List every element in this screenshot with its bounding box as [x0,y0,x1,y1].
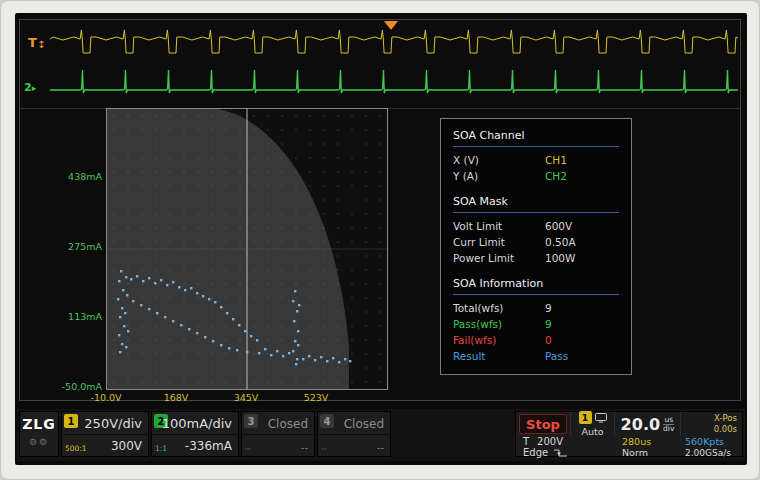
channel4-block[interactable]: 4 Closed ---- [317,411,391,457]
x-axis-tick: 523V [286,392,346,403]
display-icon [595,413,607,423]
soa-row: Curr Limit0.50A [453,234,619,250]
soa-row-value: CH2 [545,168,567,184]
trigger-level-marker[interactable]: T↕ [28,36,45,50]
y-axis-tick: -50.0mA [38,381,102,392]
run-state-button[interactable]: Stop [519,414,567,434]
ch2-marker-label: 2 [24,81,32,94]
trigger-level-label: T [523,436,529,447]
channel3-state: Closed [268,417,308,431]
soa-section-title: SOA Channel [453,127,619,147]
soa-row-label: Fail(wfs) [453,332,545,348]
channel1-offset: 300V [111,439,142,453]
soa-row: ResultPass [453,348,619,364]
trigger-source-badge: 1 [579,411,592,424]
ch2-marker-arrow-icon: ▸ [32,83,37,93]
channel2-probe: 1:1 [155,444,167,453]
trigger-arrows-icon: ↕ [37,39,45,50]
soa-row-value: CH1 [545,152,567,168]
soa-row: Y (A)CH2 [453,168,619,184]
soa-row-label: Curr Limit [453,234,545,250]
trigger-level-block[interactable]: T 200V [516,436,570,447]
soa-row: Total(wfs)9 [453,300,619,316]
x-position-label: X-Pos [714,413,737,424]
ch2-waveform [50,70,738,93]
channel1-badge: 1 [64,414,78,428]
channel4-offset: -- [377,442,384,453]
memory-depth: 560Kpts [680,436,742,447]
trigger-position-marker[interactable] [384,21,398,30]
ch2-position-marker[interactable]: 2▸ [24,82,36,93]
timebase-value: 20.0 [621,415,660,434]
channel4-probe: -- [321,444,326,453]
device-frame: T↕ 2▸ 438mA 275mA 113mA -50.0mA -10.0V 1… [0,0,760,480]
channel2-block[interactable]: 2 100mA/div 1:1-336mA [151,411,239,457]
x-position-block[interactable]: X-Pos 0.00s [680,412,742,436]
channel3-badge: 3 [244,414,258,428]
soa-channel-section: SOA Channel X (V)CH1 Y (A)CH2 [453,127,619,184]
channel2-scale: 100mA/div [162,416,232,431]
soa-row-value: 600V [545,218,572,234]
soa-information-section: SOA Information Total(wfs)9 Pass(wfs)9 F… [453,275,619,364]
soa-row: X (V)CH1 [453,152,619,168]
soa-row-value: 9 [545,300,552,316]
soa-row-label: Pass(wfs) [453,316,545,332]
trigger-source-block[interactable]: 1 Auto [570,412,614,436]
trigger-delay: 280us [614,436,680,447]
soa-row-label: X (V) [453,152,545,168]
channel3-probe: -- [245,444,250,453]
x-position-value: 0.00s [714,424,737,435]
x-axis-tick: -10.0V [76,392,136,403]
soa-section-title: SOA Mask [453,193,619,213]
ch1-waveform [50,30,738,53]
soa-row-label: Power Limit [453,250,545,266]
bar-spacer [393,411,513,459]
soa-row-value: 9 [545,316,552,332]
acquisition-status: Stop 1 Auto 20.0 usdiv X-Pos 0.00s [515,411,743,457]
y-axis-tick: 438mA [38,171,102,182]
soa-row: Volt Limit600V [453,218,619,234]
trigger-type-block[interactable]: Edge [516,447,570,458]
channel1-scale: 250V/div [84,416,142,431]
soa-row-label: Volt Limit [453,218,545,234]
sample-rate: 2.00GSa/s [680,447,742,458]
soa-row: Power Limit100W [453,250,619,266]
channel1-block[interactable]: 1 250V/div 500:1300V [61,411,149,457]
sweep-mode: Norm [614,447,680,458]
soa-row-label: Y (A) [453,168,545,184]
soa-row-value: 0.50A [545,234,576,250]
timebase-unit: usdiv [663,416,674,433]
soa-mask-section: SOA Mask Volt Limit600V Curr Limit0.50A … [453,193,619,266]
x-axis-tick: 168V [146,392,206,403]
timebase-unit-bottom: div [663,425,674,433]
channel3-block[interactable]: 3 Closed ---- [241,411,315,457]
trigger-level-value: 200V [537,436,563,447]
display-area: T↕ 2▸ 438mA 275mA 113mA -50.0mA -10.0V 1… [19,19,741,401]
timebase-block[interactable]: 20.0 usdiv [614,412,680,436]
channel1-probe: 500:1 [65,444,87,453]
gear-icon[interactable]: ⚙ [29,437,39,447]
soa-row: Fail(wfs)0 [453,332,619,348]
x-axis-tick: 345V [216,392,276,403]
trigger-mode: Auto [581,426,603,437]
y-axis-tick: 113mA [38,311,102,322]
brand-logo: ZLG [20,416,58,432]
soa-row-value: 0 [545,332,552,348]
soa-panel: SOA Channel X (V)CH1 Y (A)CH2 SOA Mask V… [440,118,632,375]
waveform-strip [50,26,738,106]
soa-section-title: SOA Information [453,275,619,295]
channel2-offset: -336mA [185,439,232,453]
trigger-type-label: Edge [523,447,548,458]
channel4-badge: 4 [320,414,334,428]
channel4-state: Closed [344,417,384,431]
falling-edge-icon [553,448,568,458]
soa-row: Pass(wfs)9 [453,316,619,332]
gear-icon[interactable]: ⚙ [39,437,49,447]
bottom-bar: ZLG ⚙⚙ 1 250V/div 500:1300V 2 100mA/div … [17,409,745,461]
trigger-t-label: T [28,35,37,50]
soa-row-label: Total(wfs) [453,300,545,316]
soa-row-value: Pass [545,348,568,364]
brand-block: ZLG ⚙⚙ [19,411,59,457]
soa-row-value: 100W [545,250,575,266]
scope-screen: T↕ 2▸ 438mA 275mA 113mA -50.0mA -10.0V 1… [15,13,747,465]
